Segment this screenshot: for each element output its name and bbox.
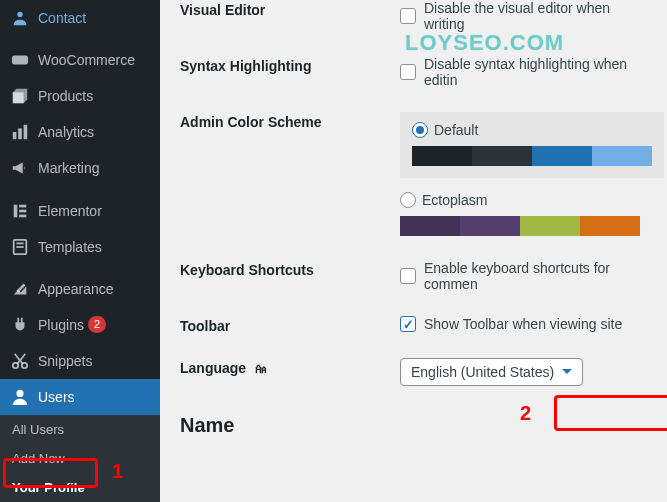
appearance-icon	[10, 279, 30, 299]
submenu-your-profile[interactable]: Your Profile	[0, 473, 160, 502]
translate-icon: 🗛	[254, 361, 267, 376]
svg-rect-8	[19, 214, 26, 217]
plugins-badge: 2	[88, 316, 106, 333]
scheme-name: Default	[434, 122, 478, 138]
sidebar-item-label: Templates	[38, 239, 102, 255]
checkbox-label: Enable keyboard shortcuts for commen	[424, 260, 647, 292]
radio-icon	[400, 192, 416, 208]
swatch	[580, 216, 640, 236]
submenu-all-users[interactable]: All Users	[0, 415, 160, 444]
name-heading: Name	[180, 414, 647, 437]
checkbox-icon	[400, 8, 416, 24]
svg-rect-5	[14, 204, 18, 217]
submenu-add-new[interactable]: Add New	[0, 444, 160, 473]
sidebar-item-label: Plugins	[38, 317, 84, 333]
analytics-icon	[10, 122, 30, 142]
sidebar-item-snippets[interactable]: Snippets	[0, 343, 160, 379]
syntax-label: Syntax Highlighting	[180, 56, 400, 74]
swatch	[592, 146, 652, 166]
checkbox-label: Disable the visual editor when writing	[424, 0, 647, 32]
toolbar-checkbox[interactable]: Show Toolbar when viewing site	[400, 316, 647, 332]
marketing-icon	[10, 158, 30, 178]
plugins-icon	[10, 315, 30, 335]
sidebar-item-templates[interactable]: Templates	[0, 229, 160, 265]
language-select[interactable]: English (United States)	[400, 358, 583, 386]
watermark: LOYSEO.COM	[405, 30, 564, 56]
sidebar-item-label: Products	[38, 88, 93, 104]
color-scheme-ectoplasm[interactable]: Ectoplasm	[400, 192, 640, 236]
checkbox-icon	[400, 316, 416, 332]
woo-icon	[10, 50, 30, 70]
sidebar-item-users[interactable]: Users	[0, 379, 160, 415]
sidebar-item-marketing[interactable]: Marketing	[0, 150, 160, 186]
contact-icon	[10, 8, 30, 28]
sidebar-item-label: WooCommerce	[38, 52, 135, 68]
sidebar-item-analytics[interactable]: Analytics	[0, 114, 160, 150]
sidebar-item-appearance[interactable]: Appearance	[0, 271, 160, 307]
checkbox-icon	[400, 268, 416, 284]
language-label: Language 🗛	[180, 358, 400, 376]
toolbar-label: Toolbar	[180, 316, 400, 334]
sidebar-item-label: Marketing	[38, 160, 99, 176]
templates-icon	[10, 237, 30, 257]
svg-rect-10	[16, 242, 23, 244]
checkbox-label: Show Toolbar when viewing site	[424, 316, 622, 332]
elementor-icon	[10, 201, 30, 221]
admin-sidebar: Contact WooCommerce Products Analytics M…	[0, 0, 160, 502]
sidebar-item-label: Elementor	[38, 203, 102, 219]
color-scheme-label: Admin Color Scheme	[180, 112, 400, 130]
svg-rect-3	[18, 129, 22, 140]
sidebar-item-label: Snippets	[38, 353, 92, 369]
profile-form: LOYSEO.COM Visual Editor Disable the vis…	[160, 0, 667, 502]
language-value: English (United States)	[411, 364, 554, 380]
swatch	[520, 216, 580, 236]
svg-rect-4	[24, 125, 28, 139]
sidebar-item-label: Users	[38, 389, 75, 405]
visual-editor-label: Visual Editor	[180, 0, 400, 18]
color-scheme-default[interactable]: Default	[400, 112, 664, 178]
swatch	[472, 146, 532, 166]
snippets-icon	[10, 351, 30, 371]
svg-rect-6	[19, 204, 26, 207]
shortcuts-checkbox[interactable]: Enable keyboard shortcuts for commen	[400, 260, 647, 292]
svg-rect-11	[16, 246, 23, 248]
svg-point-14	[16, 390, 23, 397]
products-icon	[10, 86, 30, 106]
svg-rect-2	[13, 132, 17, 139]
svg-point-0	[17, 12, 22, 17]
swatch	[532, 146, 592, 166]
sidebar-item-label: Analytics	[38, 124, 94, 140]
syntax-checkbox[interactable]: Disable syntax highlighting when editin	[400, 56, 647, 88]
sidebar-item-label: Contact	[38, 10, 86, 26]
sidebar-item-contact[interactable]: Contact	[0, 0, 160, 36]
swatch	[412, 146, 472, 166]
visual-editor-checkbox[interactable]: Disable the visual editor when writing	[400, 0, 647, 32]
users-submenu: All Users Add New Your Profile	[0, 415, 160, 502]
sidebar-item-label: Appearance	[38, 281, 114, 297]
svg-rect-1	[12, 56, 28, 65]
svg-rect-7	[19, 209, 26, 212]
color-swatches	[412, 146, 652, 166]
checkbox-label: Disable syntax highlighting when editin	[424, 56, 647, 88]
color-swatches	[400, 216, 640, 236]
radio-icon	[412, 122, 428, 138]
sidebar-item-plugins[interactable]: Plugins 2	[0, 307, 160, 343]
swatch	[460, 216, 520, 236]
users-icon	[10, 387, 30, 407]
scheme-name: Ectoplasm	[422, 192, 487, 208]
sidebar-item-products[interactable]: Products	[0, 78, 160, 114]
checkbox-icon	[400, 64, 416, 80]
sidebar-item-elementor[interactable]: Elementor	[0, 193, 160, 229]
swatch	[400, 216, 460, 236]
shortcuts-label: Keyboard Shortcuts	[180, 260, 400, 278]
sidebar-item-woocommerce[interactable]: WooCommerce	[0, 42, 160, 78]
